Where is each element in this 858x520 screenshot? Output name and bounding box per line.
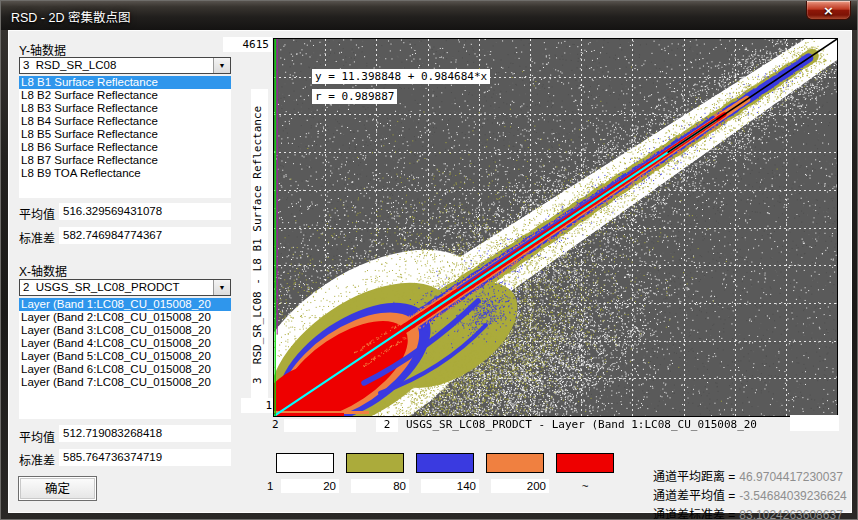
x-min-readout: 2 — [272, 418, 279, 431]
y-axis-combobox[interactable]: 3 RSD_SR_LC08 ▼ — [19, 57, 231, 74]
list-item[interactable]: L8 B1 Surface Reflectance — [19, 76, 231, 89]
legend-swatch-1 — [276, 453, 334, 473]
dialog-window: RSD - 2D 密集散点图 × Y-轴数据 3 RSD_SR_LC08 ▼ L… — [0, 0, 858, 520]
list-item[interactable]: Layer (Band 4:LC08_CU_015008_20 — [19, 337, 231, 350]
x-mean-label: 平均值 — [19, 428, 55, 445]
y-std-label: 标准差 — [19, 229, 55, 246]
legend-threshold: 80 — [351, 479, 409, 493]
y-axis-data-label: Y-轴数据 — [19, 41, 66, 58]
stat-label: 通道差标准差 = — [653, 508, 735, 520]
legend-swatch-5 — [556, 453, 614, 473]
y-axis-listbox[interactable]: L8 B1 Surface Reflectance L8 B2 Surface … — [19, 76, 231, 198]
x-mean-value: 512.719083268418 — [59, 425, 231, 442]
list-item[interactable]: Layer (Band 2:LC08_CU_015008_20 — [19, 311, 231, 324]
legend-swatch-3 — [416, 453, 474, 473]
y-axis-combobox-value: 3 RSD_SR_LC08 — [23, 58, 116, 73]
close-button[interactable]: × — [806, 1, 851, 20]
x-readout-box — [284, 419, 356, 432]
correlation-value: r = 0.989887 — [312, 89, 397, 104]
list-item[interactable]: L8 B6 Surface Reflectance — [19, 141, 231, 154]
y-max-readout: 4615 — [223, 37, 272, 52]
chevron-down-icon[interactable]: ▼ — [213, 280, 230, 295]
legend-threshold: 200 — [491, 479, 549, 493]
stat-channel-diff-mean: 通道差平均值 =-3.54684039236624 — [633, 468, 848, 487]
ok-button[interactable]: 确定 — [18, 476, 97, 501]
x-max-readout — [790, 415, 839, 431]
list-item[interactable]: L8 B7 Surface Reflectance — [19, 154, 231, 167]
legend-threshold: 140 — [421, 479, 479, 493]
stat-value: 83.1024263608637 — [739, 508, 842, 520]
list-item[interactable]: L8 B5 Surface Reflectance — [19, 128, 231, 141]
y-min-readout: 1 — [241, 398, 275, 413]
x-std-value: 585.764736374719 — [59, 449, 231, 466]
legend-threshold: ~ — [561, 480, 609, 492]
dialog-body: Y-轴数据 3 RSD_SR_LC08 ▼ L8 B1 Surface Refl… — [8, 30, 852, 513]
x-axis-combobox-value: 2 USGS_SR_LC08_PRODCT — [23, 280, 180, 295]
list-item[interactable]: L8 B3 Surface Reflectance — [19, 102, 231, 115]
scatter-plot: y = 11.398848 + 0.984684*x r = 0.989887 — [273, 38, 838, 417]
close-icon: × — [823, 3, 834, 18]
legend-threshold: 20 — [281, 479, 339, 493]
list-item[interactable]: Layer (Band 3:LC08_CU_015008_20 — [19, 324, 231, 337]
y-axis-title: 3 RSD_SR_LC08 - L8 B1 Surface Reflectanc… — [251, 89, 268, 401]
window-title: RSD - 2D 密集散点图 — [11, 7, 130, 26]
list-item[interactable]: Layer (Band 1:LC08_CU_015008_20 — [19, 298, 231, 311]
stat-channel-mean-distance: 通道平均距离 =46.9704417230037 — [633, 449, 848, 468]
y-std-value: 582.746984774367 — [59, 227, 231, 244]
chevron-down-icon[interactable]: ▼ — [213, 58, 230, 73]
titlebar[interactable]: RSD - 2D 密集散点图 × — [1, 1, 857, 30]
x-std-label: 标准差 — [19, 451, 55, 468]
x-axis-title: USGS_SR_LC08_PRODCT - Layer (Band 1:LC08… — [406, 418, 757, 431]
y-mean-value: 516.329569431078 — [59, 203, 231, 220]
list-item[interactable]: Layer (Band 5:LC08_CU_015008_20 — [19, 350, 231, 363]
y-mean-label: 平均值 — [19, 205, 55, 222]
legend-start-label: 1 — [267, 480, 273, 492]
legend-swatch-2 — [346, 453, 404, 473]
regression-equation: y = 11.398848 + 0.984684*x — [312, 69, 490, 84]
list-item[interactable]: L8 B9 TOA Reflectance — [19, 167, 231, 180]
x-axis-prefix: 2 — [376, 418, 398, 432]
x-axis-combobox[interactable]: 2 USGS_SR_LC08_PRODCT ▼ — [19, 279, 231, 296]
x-axis-data-label: X-轴数据 — [19, 262, 67, 279]
list-item[interactable]: Layer (Band 6:LC08_CU_015008_20 — [19, 363, 231, 376]
x-axis-listbox[interactable]: Layer (Band 1:LC08_CU_015008_20 Layer (B… — [19, 298, 231, 419]
list-item[interactable]: L8 B2 Surface Reflectance — [19, 89, 231, 102]
list-item[interactable]: L8 B4 Surface Reflectance — [19, 115, 231, 128]
list-item[interactable]: Layer (Band 7:LC08_CU_015008_20 — [19, 376, 231, 389]
stat-channel-diff-std: 通道差标准差 =83.1024263608637 — [633, 487, 848, 506]
legend-swatch-4 — [486, 453, 544, 473]
